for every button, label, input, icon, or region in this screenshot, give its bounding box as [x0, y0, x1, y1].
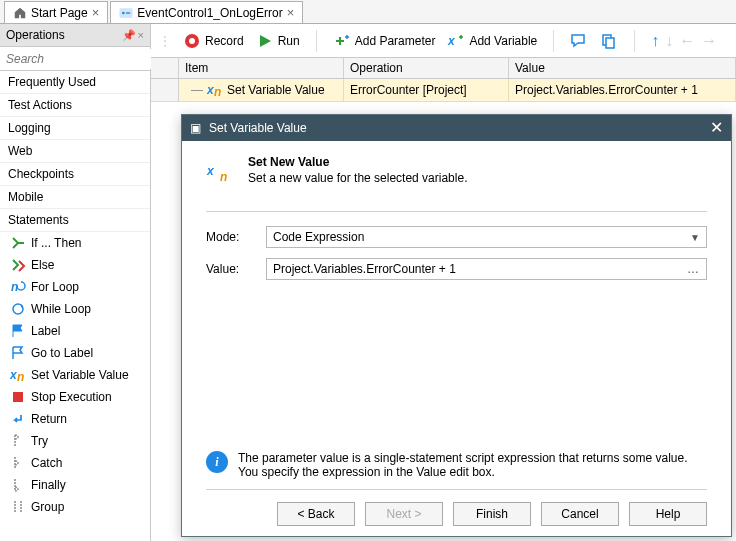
dialog-titlebar: ▣ Set Variable Value ✕: [182, 115, 731, 141]
svg-text:x: x: [206, 164, 215, 178]
arrow-group: ↑ ↓ ← →: [651, 32, 717, 50]
tb-label: Add Variable: [469, 34, 537, 48]
info-icon: i: [206, 451, 228, 473]
run-icon: [256, 32, 274, 50]
value-text: Project.Variables.ErrorCounter + 1: [273, 262, 456, 276]
operations-header: Operations 📌 ×: [0, 24, 150, 47]
cat-statements[interactable]: Statements: [0, 209, 150, 232]
search-box: 🔍: [0, 47, 150, 71]
cat-logging[interactable]: Logging: [0, 117, 150, 140]
tab-event-handler[interactable]: EventControl1_OnLogError ×: [110, 1, 303, 23]
svg-text:n: n: [220, 170, 227, 183]
stmt-go-to-label[interactable]: Go to Label: [0, 342, 150, 364]
stmt-label: Return: [31, 412, 67, 426]
ellipsis-button[interactable]: …: [687, 262, 700, 276]
mode-label: Mode:: [206, 230, 266, 244]
cat-test-actions[interactable]: Test Actions: [0, 94, 150, 117]
move-down-button[interactable]: ↓: [665, 32, 673, 50]
col-operation[interactable]: Operation: [344, 58, 509, 78]
catch-icon: [10, 455, 26, 471]
stmt-label[interactable]: Label: [0, 320, 150, 342]
copy-icon: [600, 32, 618, 50]
info-text: The parameter value is a single-statemen…: [238, 451, 707, 479]
value-input[interactable]: Project.Variables.ErrorCounter + 1 …: [266, 258, 707, 280]
stmt-else[interactable]: Else: [0, 254, 150, 276]
close-icon[interactable]: ×: [287, 6, 295, 19]
comment-button[interactable]: [570, 32, 588, 50]
variable-icon: xn: [206, 155, 234, 183]
variable-icon: xn: [10, 367, 26, 383]
outdent-button[interactable]: ←: [679, 32, 695, 50]
mode-dropdown[interactable]: Code Expression ▼: [266, 226, 707, 248]
dialog-icon: ▣: [190, 121, 201, 135]
finally-icon: [10, 477, 26, 493]
finish-button[interactable]: Finish: [453, 502, 531, 526]
cat-checkpoints[interactable]: Checkpoints: [0, 163, 150, 186]
stmt-label: For Loop: [31, 280, 79, 294]
stmt-label: Finally: [31, 478, 66, 492]
dialog-close-button[interactable]: ✕: [710, 120, 723, 136]
return-icon: [10, 411, 26, 427]
try-icon: [10, 433, 26, 449]
stop-icon: [10, 389, 26, 405]
col-item[interactable]: Item: [179, 58, 344, 78]
copy-button[interactable]: [600, 32, 618, 50]
add-variable-button[interactable]: x Add Variable: [447, 32, 537, 50]
record-icon: [183, 32, 201, 50]
cell-operation: ErrorCounter [Project]: [350, 83, 467, 97]
add-parameter-button[interactable]: Add Parameter: [333, 32, 436, 50]
stmt-set-variable[interactable]: xn Set Variable Value: [0, 364, 150, 386]
for-loop-icon: n: [10, 279, 26, 295]
stmt-if-then[interactable]: If ... Then: [0, 232, 150, 254]
stmt-try[interactable]: Try: [0, 430, 150, 452]
mode-value: Code Expression: [273, 230, 364, 244]
tab-label: EventControl1_OnLogError: [137, 6, 282, 20]
stmt-stop-execution[interactable]: Stop Execution: [0, 386, 150, 408]
cat-web[interactable]: Web: [0, 140, 150, 163]
pin-icon[interactable]: 📌: [122, 29, 136, 42]
indent-button[interactable]: →: [701, 32, 717, 50]
record-button[interactable]: Record: [183, 32, 244, 50]
stmt-finally[interactable]: Finally: [0, 474, 150, 496]
stmt-while-loop[interactable]: While Loop: [0, 298, 150, 320]
move-up-button[interactable]: ↑: [651, 32, 659, 50]
stmt-catch[interactable]: Catch: [0, 452, 150, 474]
stmt-label: Set Variable Value: [31, 368, 129, 382]
home-icon: [13, 6, 27, 20]
if-icon: [10, 235, 26, 251]
search-input[interactable]: [0, 49, 163, 69]
svg-text:n: n: [17, 370, 24, 383]
grid-row[interactable]: — xn Set Variable Value ErrorCounter [Pr…: [151, 79, 736, 102]
group-icon: [10, 499, 26, 515]
operations-panel: Operations 📌 × 🔍 Frequently Used Test Ac…: [0, 24, 151, 541]
help-button[interactable]: Help: [629, 502, 707, 526]
svg-rect-11: [606, 38, 614, 48]
stmt-group[interactable]: Group: [0, 496, 150, 518]
stmt-label: If ... Then: [31, 236, 81, 250]
add-parameter-icon: [333, 32, 351, 50]
svg-point-8: [189, 38, 195, 44]
cat-frequently-used[interactable]: Frequently Used: [0, 71, 150, 94]
document-tabs: Start Page × EventControl1_OnLogError ×: [0, 0, 736, 24]
close-icon[interactable]: ×: [92, 6, 100, 19]
svg-rect-6: [13, 392, 23, 402]
close-panel-icon[interactable]: ×: [138, 29, 144, 42]
while-loop-icon: [10, 301, 26, 317]
stmt-label-text: Label: [31, 324, 60, 338]
hero-title: Set New Value: [248, 155, 467, 169]
comment-icon: [570, 32, 588, 50]
cell-value: Project.Variables.ErrorCounter + 1: [515, 83, 698, 97]
chevron-down-icon: ▼: [690, 232, 700, 243]
cancel-button[interactable]: Cancel: [541, 502, 619, 526]
run-button[interactable]: Run: [256, 32, 300, 50]
flag-icon: [10, 323, 26, 339]
stmt-for-loop[interactable]: n For Loop: [0, 276, 150, 298]
col-value[interactable]: Value: [509, 58, 736, 78]
tab-start-page[interactable]: Start Page ×: [4, 1, 108, 23]
value-label: Value:: [206, 262, 266, 276]
back-button[interactable]: < Back: [277, 502, 355, 526]
stmt-label: Group: [31, 500, 64, 514]
cat-mobile[interactable]: Mobile: [0, 186, 150, 209]
else-icon: [10, 257, 26, 273]
stmt-return[interactable]: Return: [0, 408, 150, 430]
